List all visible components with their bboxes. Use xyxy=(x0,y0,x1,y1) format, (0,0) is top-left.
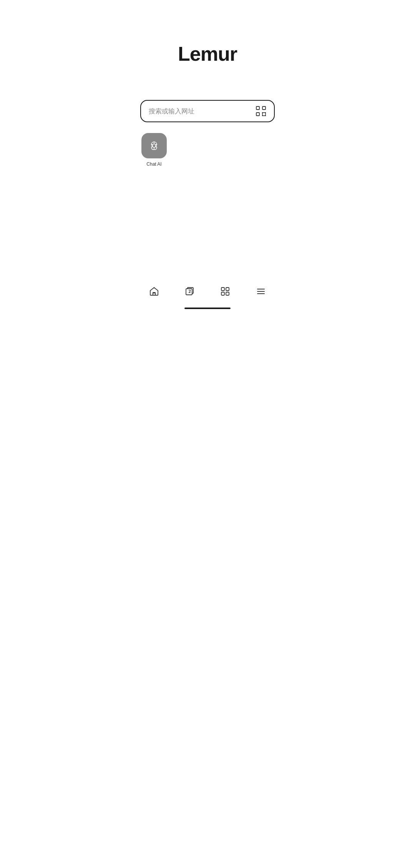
scan-button[interactable] xyxy=(254,104,268,118)
nav-apps[interactable] xyxy=(208,281,243,306)
search-bar[interactable]: 搜索或输入网址 xyxy=(140,100,275,122)
home-icon xyxy=(149,286,159,297)
nav-home[interactable] xyxy=(136,281,172,306)
logo-area: Lemur xyxy=(178,42,237,65)
svg-rect-22 xyxy=(221,292,224,295)
shortcut-chat-ai[interactable]: Chat AI xyxy=(140,133,168,167)
bottom-nav: 2 xyxy=(133,281,282,312)
scan-icon xyxy=(255,105,267,117)
svg-point-11 xyxy=(153,144,156,148)
svg-rect-20 xyxy=(221,288,224,291)
apps-icon xyxy=(220,286,231,297)
shortcuts-section: Chat AI xyxy=(133,122,282,167)
search-bar-container: 搜索或输入网址 xyxy=(140,100,275,122)
nav-menu[interactable] xyxy=(243,281,279,306)
app-logo: Lemur xyxy=(178,43,237,65)
chat-ai-icon-circle xyxy=(141,133,167,158)
svg-rect-1 xyxy=(262,106,266,110)
menu-icon xyxy=(256,286,266,297)
chat-ai-label: Chat AI xyxy=(146,161,161,167)
search-placeholder: 搜索或输入网址 xyxy=(149,107,254,116)
svg-rect-2 xyxy=(256,113,259,116)
svg-rect-21 xyxy=(226,288,229,291)
openai-icon xyxy=(146,138,162,153)
tabs-icon: 2 xyxy=(184,286,195,297)
main-content: Lemur 搜索或输入网址 xyxy=(133,0,282,281)
tabs-count-badge: 2 xyxy=(189,289,191,294)
nav-tabs[interactable]: 2 xyxy=(172,281,208,306)
svg-rect-23 xyxy=(226,292,229,295)
svg-rect-0 xyxy=(256,106,259,110)
